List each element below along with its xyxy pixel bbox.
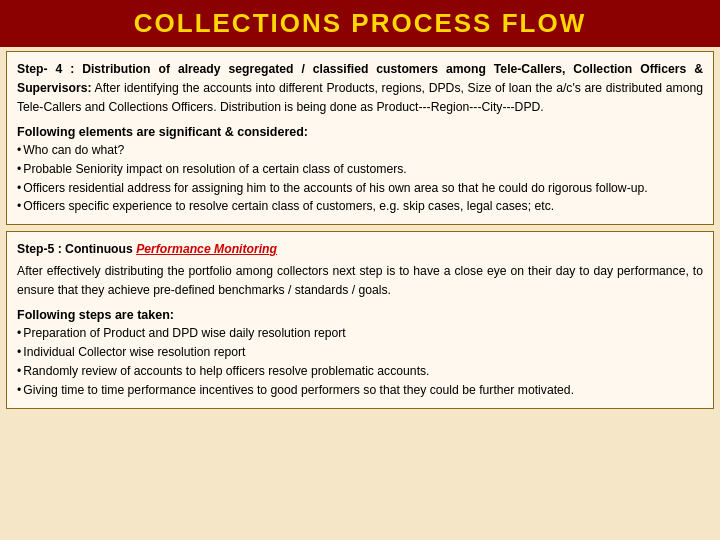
bullet-item: Giving time to time performance incentiv…: [17, 381, 703, 400]
section5-intro: Step-5 : Continuous Performance Monitori…: [17, 240, 703, 259]
step5-label: Step-5 : Continuous: [17, 242, 136, 256]
step5-desc: After effectively distributing the portf…: [17, 262, 703, 300]
page-container: COLLECTIONS PROCESS FLOW Step- 4 : Distr…: [0, 0, 720, 540]
step4-desc: After identifying the accounts into diff…: [17, 81, 703, 114]
content-area: Step- 4 : Distribution of already segreg…: [0, 47, 720, 540]
section-step5: Step-5 : Continuous Performance Monitori…: [6, 231, 714, 408]
bullet-item: Randomly review of accounts to help offi…: [17, 362, 703, 381]
section5-bullets: Preparation of Product and DPD wise dail…: [17, 324, 703, 400]
section4-bullets: Who can do what? Probable Seniority impa…: [17, 141, 703, 217]
section4-intro: Step- 4 : Distribution of already segreg…: [17, 60, 703, 117]
section5-following-header: Following steps are taken:: [17, 308, 703, 322]
step5-link: Performance Monitoring: [136, 242, 277, 256]
section-step4: Step- 4 : Distribution of already segreg…: [6, 51, 714, 225]
bullet-item: Officers specific experience to resolve …: [17, 197, 703, 216]
bullet-item: Probable Seniority impact on resolution …: [17, 160, 703, 179]
bullet-item: Preparation of Product and DPD wise dail…: [17, 324, 703, 343]
page-title: COLLECTIONS PROCESS FLOW: [0, 0, 720, 47]
bullet-item: Who can do what?: [17, 141, 703, 160]
bullet-item: Individual Collector wise resolution rep…: [17, 343, 703, 362]
section4-following-header: Following elements are significant & con…: [17, 125, 703, 139]
bullet-item: Officers residential address for assigni…: [17, 179, 703, 198]
